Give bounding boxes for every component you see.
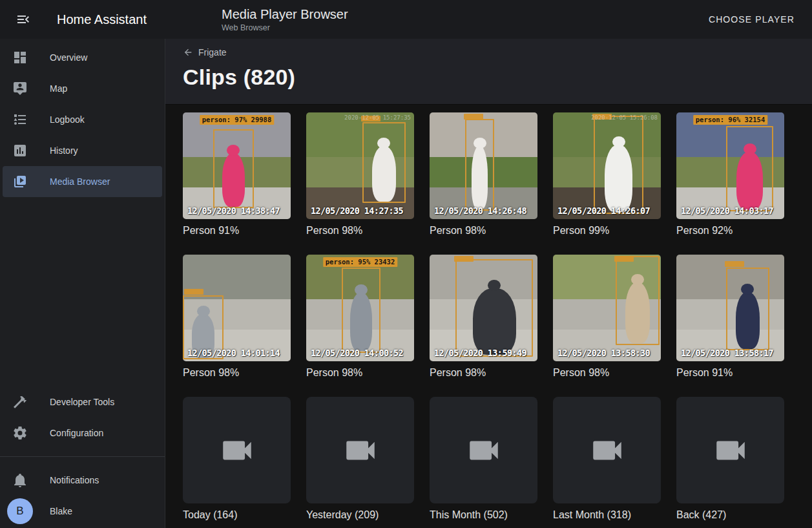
person-figure (605, 145, 632, 211)
folder-tile-back-427[interactable]: Back (427) (676, 397, 784, 521)
folder-thumbnail (306, 397, 414, 503)
sidebar-item-label: History (50, 145, 78, 156)
sidebar-item-developer-tools[interactable]: Developer Tools (3, 386, 162, 417)
clip-timestamp: 12/05/2020 14:03:17 (681, 206, 773, 216)
person-figure (222, 153, 245, 207)
sidebar-bottom: Developer Tools Configuration Notificati… (0, 386, 165, 527)
clip-tile[interactable]: 12/05/2020 14:26:48 Person 98% (430, 112, 537, 237)
panel-titles: Media Player Browser Web Browser (222, 6, 348, 33)
camera-osd-timestamp: 2020-12-05 15:26:08 (591, 114, 658, 121)
detection-label: person: 96% 32154 (693, 115, 767, 125)
panel-title: Media Player Browser (222, 6, 348, 22)
logbook-icon (12, 112, 28, 127)
clip-tile[interactable]: 12/05/2020 14:38:47 person: 97% 29988 Pe… (183, 112, 291, 237)
clip-tile[interactable]: 12/05/2020 14:01:14 Person 98% (183, 255, 291, 379)
hammer-icon (12, 394, 28, 410)
clip-timestamp: 12/05/2020 14:26:07 (557, 206, 650, 216)
history-icon (12, 143, 28, 158)
clip-timestamp: 12/05/2020 14:00:52 (311, 348, 403, 358)
clip-tile[interactable]: 12/05/2020 13:58:30 Person 98% (553, 255, 661, 379)
sidebar-item-user[interactable]: B Blake (3, 496, 162, 527)
sidebar-nav: Overview Map Logbook History Media Brows… (0, 42, 165, 197)
sidebar-divider (0, 456, 165, 457)
sidebar-item-label: Logbook (50, 114, 85, 125)
folder-caption: Last Month (318) (553, 509, 661, 521)
detection-label-small (725, 261, 744, 267)
person-figure (350, 293, 372, 351)
top-bar: Home Assistant Media Player Browser Web … (0, 0, 812, 39)
dashboard-icon (12, 50, 28, 65)
folder-caption: Back (427) (676, 509, 784, 521)
clip-caption: Person 91% (676, 367, 784, 379)
breadcrumb-label: Frigate (198, 47, 227, 58)
clip-caption: Person 98% (306, 367, 414, 379)
folder-tile-last-month-318[interactable]: Last Month (318) (553, 397, 661, 521)
person-figure (372, 146, 396, 201)
clip-caption: Person 98% (553, 367, 661, 379)
folder-thumbnail (183, 397, 291, 503)
folder-thumbnail (430, 397, 537, 503)
app-title: Home Assistant (57, 12, 147, 27)
clip-tile[interactable]: 12/05/2020 13:58:17 Person 91% (676, 255, 784, 379)
menu-toggle-button[interactable] (8, 4, 39, 35)
clip-thumbnail: 12/05/2020 14:00:52 person: 95% 23432 (306, 255, 414, 361)
clip-thumbnail: 12/05/2020 13:59:49 (430, 255, 537, 361)
clip-thumbnail: 12/05/2020 14:26:48 (430, 112, 537, 219)
clip-tile[interactable]: 12/05/2020 14:00:52 person: 95% 23432 Pe… (306, 255, 414, 379)
video-icon (712, 432, 749, 469)
hammer-icon (12, 394, 28, 410)
sidebar-item-logbook[interactable]: Logbook (3, 104, 162, 135)
folder-tile-today-164[interactable]: Today (164) (183, 397, 291, 521)
folder-thumbnail (553, 397, 661, 503)
detection-label-small (454, 256, 474, 262)
detection-label: person: 97% 29988 (200, 115, 274, 125)
clip-caption: Person 92% (676, 225, 784, 237)
sidebar-item-notifications[interactable]: Notifications (3, 465, 162, 496)
media-browser-icon (12, 174, 28, 189)
arrow-left-icon (183, 47, 193, 58)
map-icon (12, 81, 28, 96)
detection-label-small (614, 256, 634, 262)
sidebar-item-history[interactable]: History (3, 135, 162, 166)
folder-caption: Today (164) (183, 509, 291, 521)
clip-timestamp: 12/05/2020 14:27:35 (311, 206, 403, 216)
clip-thumbnail: 12/05/2020 14:27:35 2020-12-05 15:27:35 (306, 112, 414, 219)
detection-label: person: 95% 23432 (323, 257, 397, 267)
sidebar-item-label: Developer Tools (50, 397, 114, 407)
map-icon (12, 81, 28, 96)
sidebar-item-label: Media Browser (50, 176, 110, 187)
person-figure (472, 146, 488, 208)
app-body: Overview Map Logbook History Media Brows… (0, 39, 812, 528)
sidebar-item-overview[interactable]: Overview (3, 42, 162, 73)
clip-tile[interactable]: 12/05/2020 14:27:35 2020-12-05 15:27:35 … (306, 112, 414, 237)
sidebar: Overview Map Logbook History Media Brows… (0, 39, 165, 528)
video-icon (588, 432, 626, 469)
folder-tile-this-month-502[interactable]: This Month (502) (430, 397, 537, 521)
folder-caption: Yesterday (209) (306, 509, 414, 521)
person-figure (736, 152, 763, 210)
clip-timestamp: 12/05/2020 14:01:14 (187, 348, 280, 358)
clip-caption: Person 98% (430, 367, 537, 379)
sidebar-item-map[interactable]: Map (3, 73, 162, 104)
clip-tile[interactable]: 12/05/2020 14:03:17 person: 96% 32154 Pe… (676, 112, 784, 237)
breadcrumb[interactable]: Frigate (183, 47, 227, 58)
main-content: Frigate Clips (820) 12/05/2020 14:38:47 … (165, 39, 812, 528)
sidebar-item-label: Configuration (50, 428, 103, 438)
clip-tile[interactable]: 12/05/2020 14:26:07 2020-12-05 15:26:08 … (553, 112, 661, 237)
folder-tile-yesterday-209[interactable]: Yesterday (209) (306, 397, 414, 521)
clip-timestamp: 12/05/2020 13:58:30 (557, 348, 650, 358)
clip-timestamp: 12/05/2020 14:38:47 (187, 206, 280, 216)
clip-timestamp: 12/05/2020 13:58:17 (681, 348, 773, 358)
sidebar-item-label: Notifications (50, 475, 99, 485)
media-grid: 12/05/2020 14:38:47 person: 97% 29988 Pe… (165, 104, 812, 528)
sidebar-header: Home Assistant (0, 0, 165, 39)
page-header: Frigate Clips (820) (165, 39, 812, 104)
sidebar-item-label: Overview (50, 52, 87, 63)
choose-player-button[interactable]: CHOOSE PLAYER (705, 14, 798, 25)
clip-tile[interactable]: 12/05/2020 13:59:49 Person 98% (430, 255, 537, 379)
video-icon (465, 432, 503, 469)
gear-icon (12, 425, 28, 441)
sidebar-item-media-browser[interactable]: Media Browser (3, 166, 162, 197)
sidebar-item-configuration[interactable]: Configuration (3, 417, 162, 449)
user-name: Blake (50, 506, 72, 516)
